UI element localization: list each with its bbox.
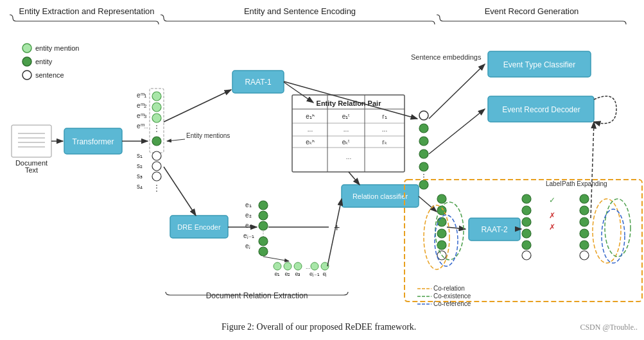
s2-label: s₂	[137, 162, 143, 169]
svg-text:e₃: e₃	[295, 271, 300, 277]
document-text-label2: Text	[25, 166, 38, 174]
svg-line-32	[164, 90, 231, 122]
svg-point-61	[274, 262, 281, 270]
svg-line-109	[591, 122, 594, 218]
svg-point-113	[593, 199, 621, 263]
svg-text:eₖʰ: eₖʰ	[306, 139, 315, 146]
legend-entity: entity	[35, 58, 53, 65]
svg-point-20	[152, 103, 161, 112]
svg-text:e₂: e₂	[284, 271, 290, 277]
svg-point-99	[522, 229, 531, 238]
s1-label: s₁	[137, 152, 143, 159]
svg-text:eⱼ₋₁: eⱼ₋₁	[309, 271, 320, 277]
s3-label: s₃	[137, 173, 143, 180]
svg-point-107	[580, 241, 589, 250]
svg-text:...: ...	[144, 124, 148, 130]
section-left-label: Entity Extraction and Representation	[19, 6, 154, 16]
svg-point-55	[259, 211, 268, 220]
diagram-area: Entity Extraction and Representation Ent…	[0, 0, 644, 314]
svg-point-88	[437, 194, 446, 203]
event-type-classifier-label: Event Type Classifier	[503, 60, 576, 69]
svg-text:rₖ: rₖ	[382, 139, 387, 146]
svg-point-78	[419, 149, 428, 158]
main-container: Entity Extraction and Representation Ent…	[0, 0, 644, 340]
ej-label: eⱼ	[245, 242, 250, 250]
svg-point-58	[259, 237, 268, 246]
svg-line-84	[429, 64, 485, 119]
caption-area: Figure 2: Overall of our proposed ReDEE …	[0, 314, 644, 340]
svg-point-79	[419, 162, 428, 171]
svg-line-30	[167, 139, 185, 141]
plus-sign: +	[334, 222, 340, 233]
legend-entity-mention: entity mention	[35, 44, 79, 52]
svg-point-108	[580, 251, 589, 260]
svg-point-101	[522, 251, 531, 260]
svg-text:e₁: e₁	[274, 271, 280, 277]
entity-mentions-text: Entity mentions	[186, 132, 230, 139]
svg-point-25	[152, 162, 161, 171]
sentence-embeddings-label: Sentence embeddings	[411, 53, 482, 61]
svg-text:...: ...	[308, 126, 313, 133]
svg-text:⋮: ⋮	[153, 124, 161, 133]
svg-line-31	[164, 167, 196, 216]
svg-text:⋮: ⋮	[260, 230, 266, 237]
svg-text:eⱼ: eⱼ	[322, 271, 327, 277]
svg-point-81	[419, 180, 428, 189]
svg-point-65	[311, 262, 318, 270]
watermark: CSDN @Trouble..	[580, 323, 638, 332]
event-record-decoder-label: Event Record Decoder	[502, 105, 580, 114]
svg-line-53	[349, 172, 360, 185]
transformer-label: Transformer	[73, 137, 114, 146]
svg-text:e₁ʰ: e₁ʰ	[306, 113, 315, 120]
check-1: ✓	[549, 196, 555, 205]
svg-text:r₁: r₁	[382, 113, 387, 120]
coexistence-label: Co-existence	[433, 293, 471, 300]
e2-label: e₂	[245, 212, 252, 219]
svg-text:1: 1	[144, 93, 147, 99]
svg-point-91	[437, 229, 446, 238]
svg-text:...: ...	[382, 126, 387, 133]
svg-text:...: ...	[344, 126, 349, 133]
svg-point-100	[522, 241, 531, 250]
svg-point-105	[580, 217, 589, 226]
svg-point-77	[419, 137, 428, 146]
svg-line-94	[419, 196, 437, 212]
doc-relation-extraction-label: Document Relation Extraction	[206, 291, 308, 300]
s4-label: s₄	[137, 183, 143, 190]
svg-point-76	[419, 124, 428, 133]
svg-line-72	[263, 257, 289, 261]
svg-text:...: ...	[306, 264, 311, 270]
figure-caption: Figure 2: Overall of our proposed ReDEE …	[58, 322, 580, 332]
svg-point-23	[152, 137, 161, 146]
svg-point-92	[437, 241, 446, 250]
svg-point-75	[419, 111, 428, 120]
e3-label: e₃	[245, 222, 252, 229]
svg-point-103	[580, 194, 589, 203]
relation-classifier-label: Relation classifier	[352, 192, 408, 200]
svg-point-1	[22, 57, 31, 66]
svg-point-26	[152, 172, 161, 181]
svg-point-56	[259, 221, 268, 230]
svg-point-104	[580, 206, 589, 215]
raat1-label: RAAT-1	[245, 78, 271, 87]
dre-encoder-label: DRE Encoder	[177, 223, 221, 231]
svg-point-62	[284, 262, 292, 270]
svg-point-98	[522, 217, 531, 226]
svg-point-106	[580, 229, 589, 238]
svg-text:3: 3	[144, 114, 147, 119]
svg-point-21	[152, 114, 161, 123]
svg-point-54	[259, 201, 268, 210]
x-2: ✗	[549, 223, 555, 232]
svg-text:eₖᵗ: eₖᵗ	[342, 139, 351, 146]
section-middle-label: Entity and Sentence Encoding	[244, 6, 356, 16]
svg-line-85	[429, 109, 485, 154]
svg-point-97	[522, 206, 531, 215]
ej1-label: eⱼ₋₁	[243, 232, 254, 239]
label-path-expanding-label: Label	[546, 180, 561, 187]
svg-rect-3	[12, 125, 51, 157]
svg-text:⋮: ⋮	[153, 183, 161, 192]
corelation-label: Co-relation	[433, 285, 465, 292]
raat2-label: RAAT-2	[481, 225, 507, 234]
diagram-svg: Entity Extraction and Representation Ent…	[0, 0, 644, 314]
svg-point-96	[522, 194, 531, 203]
